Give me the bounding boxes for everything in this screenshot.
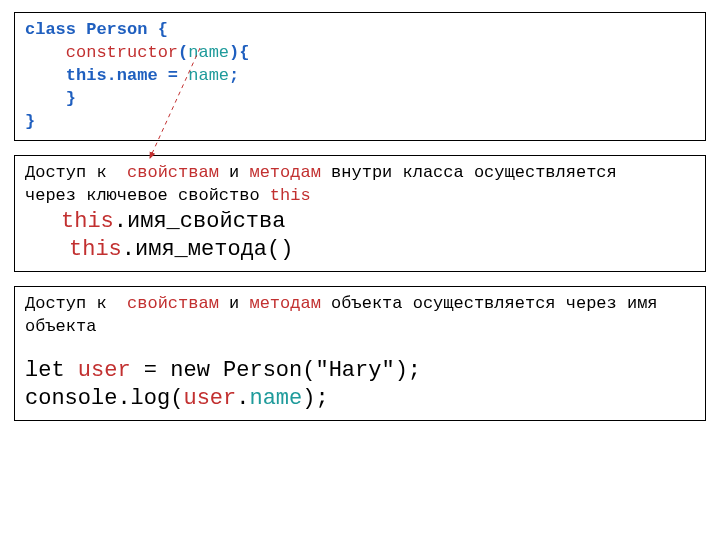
code-line-4: }	[25, 88, 695, 111]
note-line: Доступ к свойствам и методам объекта осу…	[25, 293, 695, 316]
kw-constructor: constructor	[66, 43, 178, 62]
example-code-line: console.log(user.name);	[25, 385, 695, 414]
blank-line	[25, 339, 695, 357]
example-this-property: this.имя_свойства	[25, 208, 695, 237]
note-this-access: Доступ к свойствам и методам внутри клас…	[14, 155, 706, 272]
note-object-access: Доступ к свойствам и методам объекта осу…	[14, 286, 706, 421]
note-line: объекта	[25, 316, 695, 339]
kw-class: class	[25, 20, 86, 39]
example-this-method: this.имя_метода()	[25, 236, 695, 265]
code-line-1: class Person {	[25, 19, 695, 42]
code-line-3: this.name = name;	[25, 65, 695, 88]
code-block: class Person { constructor(name){ this.n…	[14, 12, 706, 141]
note-line: Доступ к свойствам и методам внутри клас…	[25, 162, 695, 185]
class-name: Person {	[86, 20, 168, 39]
code-line-2: constructor(name){	[25, 42, 695, 65]
example-code-line: let user = new Person("Hary");	[25, 357, 695, 386]
note-line: через ключевое свойство this	[25, 185, 695, 208]
code-line-5: }	[25, 111, 695, 134]
param-name: name	[188, 43, 229, 62]
